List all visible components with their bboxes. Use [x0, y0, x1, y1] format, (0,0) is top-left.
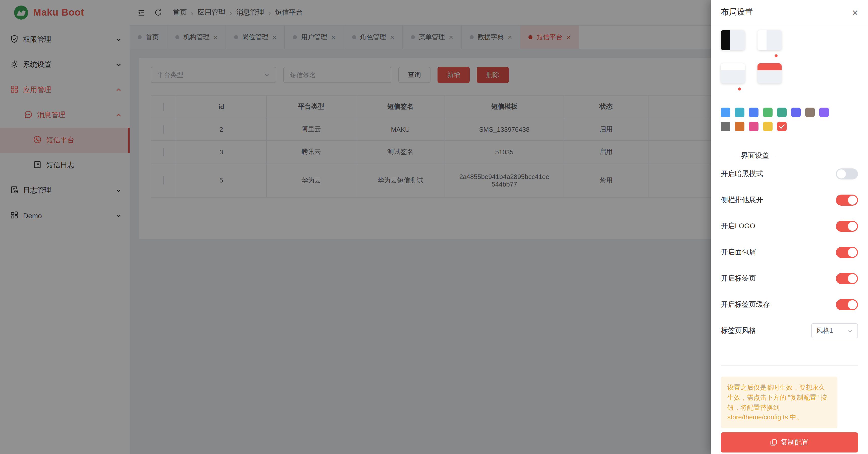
theme-color-swatches	[721, 108, 837, 136]
drawer-divider	[721, 365, 858, 366]
copy-icon	[770, 439, 777, 446]
theme-color-swatch[interactable]	[721, 108, 731, 117]
layout-theme-options	[717, 30, 797, 96]
theme-color-swatch[interactable]	[721, 122, 731, 131]
chevron-down-icon	[847, 328, 853, 334]
logo-toggle[interactable]	[836, 221, 858, 232]
theme-color-swatch[interactable]	[763, 122, 773, 131]
section-title: 界面设置	[735, 151, 775, 160]
interface-settings-divider: 界面设置	[721, 151, 858, 161]
selected-dot-icon	[774, 54, 777, 57]
setting-logo: 开启LOGO	[721, 213, 858, 239]
tabs-cache-toggle[interactable]	[836, 299, 858, 310]
sidebar-accordion-toggle[interactable]	[836, 195, 858, 206]
theme-color-swatch[interactable]	[777, 108, 786, 117]
layout-option-light-sidebar[interactable]	[757, 30, 794, 57]
copy-config-label: 复制配置	[781, 438, 809, 447]
layout-option-light-header[interactable]	[721, 63, 757, 90]
setting-tab-style: 标签页风格 风格1	[721, 318, 858, 344]
drawer-body: 界面设置 开启暗黑模式 侧栏排他展开 开启LOGO 开启面包屑 开启标签页	[711, 25, 868, 454]
drawer-header: 布局设置 ×	[711, 0, 868, 25]
tab-style-value: 风格1	[816, 326, 833, 335]
layout-option-dark-sidebar[interactable]	[721, 30, 757, 57]
settings-notice: 设置之后仅是临时生效，要想永久生效，需点击下方的 "复制配置" 按钮，将配置替换…	[721, 376, 837, 428]
check-icon	[779, 124, 785, 129]
selected-dot-icon	[774, 87, 777, 90]
modal-overlay[interactable]	[0, 0, 711, 454]
theme-color-swatch[interactable]	[749, 108, 758, 117]
copy-config-button[interactable]: 复制配置	[721, 432, 858, 453]
setting-dark-mode: 开启暗黑模式	[721, 161, 858, 187]
drawer-title: 布局设置	[721, 7, 753, 18]
close-icon[interactable]: ×	[852, 7, 858, 17]
setting-breadcrumb: 开启面包屑	[721, 239, 858, 265]
tab-style-select[interactable]: 风格1	[811, 323, 858, 338]
selected-dot-icon	[738, 54, 741, 57]
theme-color-swatch[interactable]	[763, 108, 773, 117]
tabs-toggle[interactable]	[836, 273, 858, 284]
theme-color-swatch[interactable]	[805, 108, 815, 117]
breadcrumb-toggle[interactable]	[836, 247, 858, 258]
setting-sidebar-accordion: 侧栏排他展开	[721, 187, 858, 213]
dark-mode-toggle[interactable]	[836, 168, 858, 179]
setting-tabs: 开启标签页	[721, 265, 858, 292]
selected-dot-icon	[738, 87, 741, 90]
theme-color-swatch[interactable]	[777, 122, 786, 131]
app-root: Maku Boot 权限管理 系统设置 应用管理 消息管理	[0, 0, 868, 454]
layout-option-primary-header[interactable]	[757, 63, 794, 90]
theme-color-swatch[interactable]	[735, 122, 744, 131]
theme-color-swatch[interactable]	[749, 122, 758, 131]
theme-color-swatch[interactable]	[791, 108, 801, 117]
theme-color-swatch[interactable]	[819, 108, 829, 117]
theme-color-swatch[interactable]	[735, 108, 744, 117]
layout-settings-drawer: 布局设置 ×	[711, 0, 868, 454]
setting-tabs-cache: 开启标签页缓存	[721, 292, 858, 318]
